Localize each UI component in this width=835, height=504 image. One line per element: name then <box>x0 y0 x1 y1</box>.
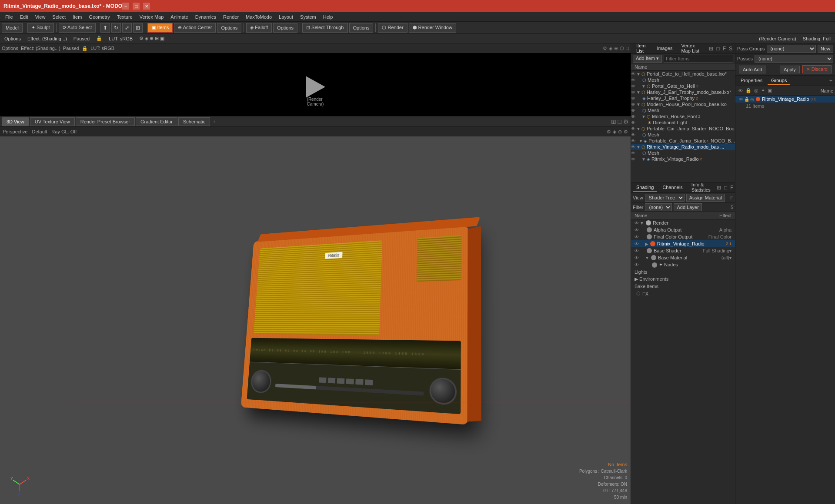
vp-icon-3[interactable]: ⊕ <box>618 129 622 135</box>
tool-scale-btn[interactable]: ⤢ <box>122 23 132 33</box>
eye-11[interactable]: 👁 <box>631 139 635 143</box>
tree-item-12[interactable]: 👁 ▼ ⬡ Ritmix_Vintage_Radio_modo_bas ... <box>631 144 735 150</box>
eye-13[interactable]: 👁 <box>631 151 635 156</box>
eye-10[interactable]: 👁 <box>631 133 635 137</box>
tree-item-5[interactable]: 👁 ▼ ⬡ Modern_House_Pool_modo_base.lxo <box>631 101 735 107</box>
shading-label[interactable]: Shading: Full <box>800 36 833 42</box>
groups-content[interactable]: 👁 🔒 ◎ Ritmix_Vintage_Radio 3 1 11 Items <box>735 96 835 504</box>
tab-properties[interactable]: Properties <box>737 77 766 85</box>
eye-3[interactable]: 👁 <box>631 90 635 95</box>
viewer-select[interactable]: Shader Tree <box>645 194 685 202</box>
assign-material-btn[interactable]: Assign Material <box>686 194 725 202</box>
tree-item-8[interactable]: 👁 ☀ Directional Light <box>631 119 735 126</box>
tree-item-11[interactable]: 👁 ▼ ◈ Portable_Car_Jump_Starter_NOCO_B..… <box>631 138 735 144</box>
eye-7[interactable]: 👁 <box>631 114 635 119</box>
options-3-btn[interactable]: Options <box>349 23 374 33</box>
menu-vertex-map[interactable]: Vertex Map <box>136 13 167 20</box>
shading-content[interactable]: 👁 ▼ Render 👁 Alpha Output Alpha <box>631 219 735 504</box>
vp-icon-4[interactable]: ⚙ <box>624 129 628 135</box>
minimize-button[interactable]: − <box>122 3 129 10</box>
menu-animate[interactable]: Animate <box>167 13 191 20</box>
sh-icon-3[interactable]: F <box>729 185 734 191</box>
action-center-btn[interactable]: ⊕ Action Center <box>174 23 216 33</box>
apply-btn[interactable]: Apply <box>780 66 800 73</box>
eye-2[interactable]: 👁 <box>631 84 635 89</box>
sh-eye-0[interactable]: 👁 <box>635 221 639 225</box>
sh-icon-1[interactable]: ⊞ <box>716 185 722 191</box>
tab-vertex-map-list[interactable]: Vertex Map List <box>678 42 706 55</box>
eye-1[interactable]: 👁 <box>631 78 635 83</box>
add-item-btn[interactable]: Add Item ▾ <box>633 55 662 63</box>
filter-items-input[interactable] <box>664 55 733 63</box>
group-lock[interactable]: 🔒 <box>744 97 749 102</box>
tool-transform-btn[interactable]: ⊞ <box>133 23 143 33</box>
filter-select[interactable]: (none) <box>645 203 672 211</box>
eye-0[interactable]: 👁 <box>631 72 635 76</box>
new-pass-group-btn[interactable]: New <box>818 45 833 53</box>
eye-4[interactable]: 👁 <box>631 96 635 101</box>
passes-select[interactable]: (none) <box>755 55 833 63</box>
tab-groups[interactable]: Groups <box>768 77 790 85</box>
render-lock-item[interactable]: 🔒 <box>82 46 88 51</box>
play-button[interactable] <box>306 76 325 98</box>
menu-item[interactable]: Item <box>69 13 85 20</box>
gt-icon-3[interactable]: ◎ <box>753 88 759 93</box>
tree-item-4[interactable]: 👁 ◈ Harley_J_Earl_Trophy 2 <box>631 95 735 101</box>
group-sub-item[interactable]: 11 Items <box>735 103 835 109</box>
menu-view[interactable]: View <box>32 13 49 20</box>
render-options-item[interactable]: Options <box>2 46 18 51</box>
menu-render[interactable]: Render <box>220 13 242 20</box>
il-icon-1[interactable]: ⊞ <box>708 46 714 52</box>
options-2-btn[interactable]: Options <box>273 23 297 33</box>
sh-section-environments[interactable]: ▶ Environments <box>631 275 735 283</box>
items-btn[interactable]: ▣ Items <box>147 23 173 33</box>
tool-rotate-btn[interactable]: ↻ <box>111 23 121 33</box>
eye-8[interactable]: 👁 <box>631 120 635 125</box>
sh-eye-2[interactable]: 👁 <box>635 235 639 239</box>
render-icon-5[interactable]: □ <box>626 46 629 51</box>
sh-dropdown-5[interactable]: ▾ <box>729 255 731 260</box>
select-through-btn[interactable]: ⊡ Select Through <box>302 23 347 33</box>
tree-item-3[interactable]: 👁 ▼ ⬡ Harley_J_Earl_Trophy_modo_base.lxo… <box>631 89 735 95</box>
sh-item-alpha[interactable]: 👁 Alpha Output Alpha <box>631 226 735 233</box>
tab-schematic[interactable]: Schematic <box>178 117 210 126</box>
sh-eye-1[interactable]: 👁 <box>635 228 639 232</box>
sh-arrow-5[interactable]: ▼ <box>645 255 649 260</box>
options-label[interactable]: Options <box>2 36 23 42</box>
auto-select-btn[interactable]: ⟳ Auto Select <box>59 23 96 33</box>
item-list-content[interactable]: 👁 ▼ ⬡ Portal_Gate_to_Hell_modo_base.lxo*… <box>631 71 735 182</box>
arrow-12[interactable]: ▼ <box>636 145 641 149</box>
tree-item-13[interactable]: 👁 ⬡ Mesh <box>631 150 735 156</box>
eye-5[interactable]: 👁 <box>631 102 635 107</box>
arrow-9[interactable]: ▼ <box>636 126 641 131</box>
tab-channels[interactable]: Channels <box>659 184 686 192</box>
menu-edit[interactable]: Edit <box>17 13 32 20</box>
tree-item-14[interactable]: 👁 ▼ ◈ Ritmix_Vintage_Radio 2 <box>631 156 735 162</box>
maximize-button[interactable]: □ <box>133 3 140 10</box>
menu-dynamics[interactable]: Dynamics <box>192 13 220 20</box>
arrow-11[interactable]: ▼ <box>638 139 643 143</box>
render-icon-1[interactable]: ⚙ <box>603 46 607 51</box>
tab-render-preset[interactable]: Render Preset Browser <box>76 117 135 126</box>
menu-select[interactable]: Select <box>49 13 69 20</box>
tab-shading[interactable]: Shading <box>633 184 657 192</box>
eye-12[interactable]: 👁 <box>631 145 635 149</box>
viewport-3d[interactable]: Perspective Default Ray GL: Off ⚙ ◈ ⊕ ⚙ <box>0 127 631 504</box>
vp-control-icon-3[interactable]: ⚙ <box>623 118 629 125</box>
render-window-btn[interactable]: ⬢ Render Window <box>409 23 456 33</box>
arrow-5[interactable]: ▼ <box>636 102 641 107</box>
sh-eye-5[interactable]: 👁 <box>635 255 639 260</box>
render-camera-label[interactable]: (Render Camera) <box>756 36 799 42</box>
render-icon-4[interactable]: ⬡ <box>620 46 624 51</box>
sh-item-base-material[interactable]: 👁 ▼ Base Material (all) ▾ <box>631 254 735 261</box>
discard-btn[interactable]: ✕ Discard <box>802 65 832 73</box>
sh-item-base-shader[interactable]: 👁 Base Shader Full Shading ▾ <box>631 247 735 254</box>
mode-sculpt-btn[interactable]: ✦ Sculpt <box>27 23 54 33</box>
tab-uv-texture[interactable]: UV Texture View <box>30 117 75 126</box>
lock-icon[interactable]: 🔒 <box>94 35 105 42</box>
sh-section-bake-items[interactable]: Bake Items <box>631 283 735 290</box>
close-button[interactable]: ✕ <box>143 3 150 10</box>
options-1-btn[interactable]: Options <box>217 23 241 33</box>
menu-file[interactable]: File <box>2 13 17 20</box>
add-layer-btn[interactable]: Add Layer <box>674 203 701 211</box>
